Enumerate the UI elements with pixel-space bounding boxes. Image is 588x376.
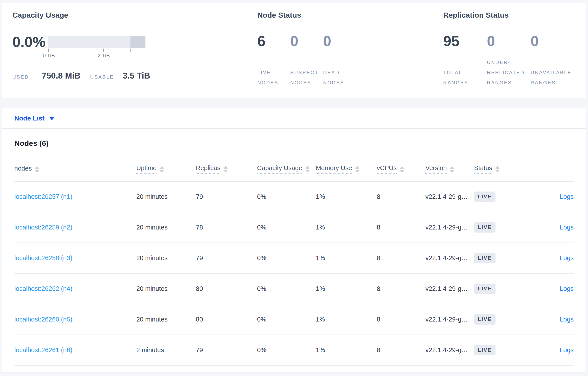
status-badge: LIVE: [474, 191, 495, 202]
column-header-nodes[interactable]: nodes: [14, 165, 136, 174]
vcpus-cell: 8: [377, 346, 425, 354]
capacity-usage-cell: 0%: [257, 254, 316, 262]
status-badge: LIVE: [474, 253, 495, 263]
dead-nodes-label: DEAD NODES: [323, 68, 350, 88]
uptime-cell: 20 minutes: [136, 254, 196, 262]
node-list-card: Node List Nodes (6) nodes Uptime Replica…: [2, 108, 586, 373]
replicas-cell: 79: [196, 254, 257, 262]
capacity-usage-cell: 0%: [257, 224, 316, 231]
capacity-usage-cell: 0%: [257, 285, 316, 292]
replicas-cell: 80: [196, 316, 257, 323]
unavailable-ranges-value: 0: [531, 32, 581, 50]
table-row: localhost:26260 (n5) 20 minutes 80 0% 1%…: [14, 304, 574, 335]
nodes-section-title: Nodes (6): [14, 139, 574, 148]
cluster-summary-card: Capacity Usage 0.0% 0 TiB 2 TiB: [2, 3, 586, 98]
dead-nodes-stat: 0 DEAD NODES: [323, 32, 356, 88]
memory-use-cell: 1%: [316, 224, 377, 231]
column-header-status[interactable]: Status: [474, 164, 530, 174]
uptime-cell: 20 minutes: [136, 193, 196, 200]
logs-link[interactable]: Logs: [560, 193, 574, 200]
node-link[interactable]: localhost:26258 (n3): [14, 254, 72, 261]
usable-label: USABLE: [90, 74, 114, 80]
column-header-vcpus[interactable]: vCPUs: [377, 164, 425, 174]
used-value: 750.8 MiB: [42, 71, 80, 81]
node-list-dropdown[interactable]: Node List: [2, 108, 586, 129]
node-link[interactable]: localhost:26260 (n5): [14, 316, 72, 323]
table-row: localhost:26261 (n6) 2 minutes 79 0% 1% …: [14, 335, 574, 366]
sort-icon: [495, 166, 500, 173]
suspect-nodes-label: SUSPECT NODES: [290, 68, 317, 88]
vcpus-cell: 8: [377, 254, 425, 262]
capacity-percent: 0.0%: [12, 33, 44, 51]
live-nodes-stat: 6 LIVE NODES: [257, 32, 290, 88]
replicas-cell: 79: [196, 346, 257, 354]
replication-status-title: Replication Status: [443, 11, 585, 20]
capacity-bar-track: [48, 36, 146, 48]
capacity-axis-ticks: [48, 48, 146, 52]
capacity-usage-title: Capacity Usage: [12, 11, 167, 20]
table-header-row: nodes Uptime Replicas Capacity Usage Mem…: [14, 164, 574, 182]
sort-icon: [450, 166, 454, 173]
replicas-cell: 79: [196, 193, 257, 200]
version-cell: v22.1.4-29-g…: [425, 193, 474, 200]
node-link[interactable]: localhost:26257 (n1): [14, 193, 72, 200]
logs-link[interactable]: Logs: [560, 224, 574, 231]
suspect-nodes-stat: 0 SUSPECT NODES: [290, 32, 323, 88]
node-link[interactable]: localhost:26262 (n4): [14, 285, 72, 292]
sort-icon: [160, 166, 164, 173]
status-badge: LIVE: [474, 222, 495, 233]
node-status-section: Node Status 6 LIVE NODES 0 SUSPECT NODES…: [257, 11, 381, 88]
logs-link[interactable]: Logs: [560, 285, 574, 292]
replication-status-section: Replication Status 95 TOTAL RANGES 0 UND…: [443, 11, 585, 88]
status-badge: LIVE: [474, 314, 495, 324]
status-badge: LIVE: [474, 283, 495, 294]
column-header-replicas[interactable]: Replicas: [196, 164, 257, 174]
node-status-title: Node Status: [257, 11, 381, 20]
uptime-cell: 20 minutes: [136, 224, 196, 231]
replicas-cell: 78: [196, 224, 257, 231]
column-header-capacity-usage[interactable]: Capacity Usage: [257, 164, 316, 174]
axis-tick: [48, 49, 49, 52]
node-link[interactable]: localhost:26259 (n2): [14, 224, 72, 231]
column-header-version[interactable]: Version: [425, 164, 474, 174]
logs-link[interactable]: Logs: [560, 316, 574, 323]
replicas-cell: 80: [196, 285, 257, 292]
memory-use-cell: 1%: [316, 316, 377, 323]
live-nodes-label: LIVE NODES: [257, 68, 284, 88]
table-row: localhost:26259 (n2) 20 minutes 78 0% 1%…: [14, 212, 574, 243]
version-cell: v22.1.4-29-g…: [425, 285, 474, 292]
vcpus-cell: 8: [377, 224, 425, 231]
under-replicated-ranges-label: UNDER-REPLICATED RANGES: [487, 57, 529, 88]
table-row: localhost:26257 (n1) 20 minutes 79 0% 1%…: [14, 182, 574, 212]
version-cell: v22.1.4-29-g…: [425, 224, 474, 231]
total-ranges-value: 95: [443, 32, 487, 50]
capacity-usage-section: Capacity Usage 0.0% 0 TiB 2 TiB: [12, 11, 167, 81]
chevron-down-icon: [49, 117, 54, 120]
total-ranges-label: TOTAL RANGES: [443, 68, 485, 88]
under-replicated-ranges-value: 0: [487, 32, 531, 50]
under-replicated-ranges-stat: 0 UNDER-REPLICATED RANGES: [487, 32, 531, 88]
total-ranges-stat: 95 TOTAL RANGES: [443, 32, 487, 88]
axis-tick: [76, 49, 76, 52]
nodes-table: nodes Uptime Replicas Capacity Usage Mem…: [14, 164, 574, 366]
memory-use-cell: 1%: [316, 193, 377, 200]
suspect-nodes-value: 0: [290, 32, 323, 50]
axis-label-2tib: 2 TiB: [98, 52, 110, 59]
version-cell: v22.1.4-29-g…: [425, 316, 474, 323]
column-header-uptime[interactable]: Uptime: [136, 164, 196, 174]
sort-icon: [355, 166, 359, 173]
node-link[interactable]: localhost:26261 (n6): [14, 346, 72, 354]
capacity-bar-reserved-segment: [130, 36, 146, 48]
axis-tick: [103, 49, 104, 52]
vcpus-cell: 8: [377, 316, 425, 323]
memory-use-cell: 1%: [316, 346, 377, 354]
memory-use-cell: 1%: [316, 254, 377, 262]
uptime-cell: 2 minutes: [136, 346, 196, 354]
memory-use-cell: 1%: [316, 285, 377, 292]
dead-nodes-value: 0: [323, 32, 356, 50]
unavailable-ranges-label: UNAVAILABLE RANGES: [531, 68, 577, 88]
column-header-memory-use[interactable]: Memory Use: [316, 164, 377, 174]
logs-link[interactable]: Logs: [560, 346, 574, 354]
used-label: USED: [12, 74, 29, 80]
logs-link[interactable]: Logs: [560, 254, 574, 261]
